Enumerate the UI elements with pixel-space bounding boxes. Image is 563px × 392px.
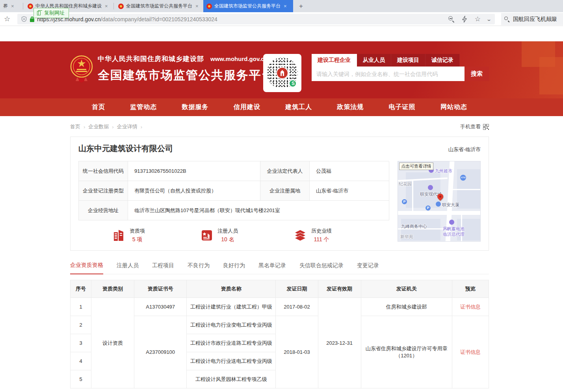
map-label: 临沂总代理: [443, 231, 465, 237]
company-info-table: 统一社会信用代码 91371302675501022B 企业法定代表人 公茂福 …: [78, 161, 389, 220]
map-tooltip: 点击可查看详情: [399, 163, 433, 170]
close-icon[interactable]: ×: [195, 3, 199, 9]
mobile-view-label[interactable]: 手机查看: [460, 123, 481, 130]
qualification-table: 序号 资质类别 资质证书号 资质名称 发证日期 发证有效期 发证机关 预览 1 …: [70, 280, 489, 388]
browser-tab-partial[interactable]: 界 ×: [0, 0, 22, 12]
tab-projects[interactable]: 工程项目: [152, 262, 174, 274]
nav-policy[interactable]: 政策法规: [337, 103, 364, 111]
atm-poi-icon: ATM: [460, 175, 466, 181]
map-label: 纪花园: [399, 181, 412, 187]
search-button[interactable]: 搜索: [465, 67, 489, 81]
tab-title: 全国建筑市场监管公共服务平台: [214, 3, 281, 9]
col-header: 资质证书号: [134, 280, 187, 298]
ministry-name: 中华人民共和国住房和城乡建设部: [98, 55, 204, 63]
site-brand[interactable]: 中华人民共和国住房和城乡建设部www.mohurd.gov.cn 全国建筑市场监…: [70, 54, 274, 83]
nav-home[interactable]: 首页: [92, 103, 105, 111]
tab-bad-behavior[interactable]: 不良行为: [188, 262, 210, 274]
stat-historical-performance[interactable]: 历史业绩 111 个: [294, 227, 332, 243]
qualification-name: 工程设计风景园林工程专项乙级: [187, 370, 276, 388]
nav-site-news[interactable]: 网站动态: [440, 103, 467, 111]
stat-label: 历史业绩: [311, 227, 332, 235]
lightning-icon[interactable]: [461, 16, 468, 23]
stat-value: 111 个: [314, 236, 329, 243]
keyword-search-input[interactable]: [312, 67, 465, 81]
location-map[interactable]: 点击可查看详情 九州超市 ATM 纪花园 联安现代城 联安大厦 P P 九峰商务…: [398, 161, 481, 242]
col-header: 资质名称: [187, 280, 276, 298]
col-header: 资质类别: [91, 280, 134, 298]
validity-date: 2023-12-31: [318, 298, 361, 388]
map-label: 新华苑: [400, 234, 413, 240]
close-icon[interactable]: ×: [11, 3, 14, 9]
wechat-icon: [289, 80, 297, 87]
breadcrumb-sep: ›: [84, 124, 85, 130]
search-tab-project[interactable]: 建设项目: [391, 54, 426, 67]
company-region: 山东省-临沂市: [448, 146, 481, 153]
tab-good-behavior[interactable]: 良好行为: [223, 262, 245, 274]
browser-tab-jzsc-active[interactable]: 全国建筑市场监管公共服务平台 ×: [203, 0, 293, 12]
browser-tab-strip: 界 × 中华人民共和国住房和城乡建设 × 全国建筑市场监管公共服务平台 × 全国…: [0, 0, 563, 12]
platform-title: 全国建筑市场监管公共服务平台: [98, 67, 274, 83]
tab-blacklist[interactable]: 黑名单记录: [258, 262, 286, 274]
qr-code-icon[interactable]: [483, 124, 489, 130]
map-label: 九州超市: [435, 168, 452, 174]
col-header: 预览: [452, 280, 489, 298]
map-label: 风帆蓄电池: [443, 226, 465, 232]
stat-value: 10 名: [221, 236, 234, 243]
site-header: 中华人民共和国住房和城乡建设部www.mohurd.gov.cn 全国建筑市场监…: [0, 41, 563, 98]
zoom-out-icon[interactable]: [448, 16, 455, 23]
breadcrumb-sep: ›: [112, 124, 113, 130]
map-label: 九峰商务中心: [401, 224, 427, 229]
close-icon[interactable]: ×: [105, 3, 108, 9]
nav-data-service[interactable]: 数据服务: [182, 103, 209, 111]
tab-registered-personnel[interactable]: 注册人员: [117, 262, 139, 274]
nav-credit[interactable]: 信用建设: [234, 103, 260, 111]
breadcrumb-company-detail[interactable]: 企业详情: [117, 123, 137, 130]
breadcrumb-company-data[interactable]: 企业数据: [88, 123, 109, 130]
browser-search-box[interactable]: 国航回应飞机颠簸: [501, 13, 563, 25]
favorite-star-icon[interactable]: ☆: [475, 16, 481, 23]
stat-registered-personnel[interactable]: 注册人员 10 名: [201, 227, 238, 243]
copy-icon: [37, 11, 41, 15]
search-tab-credit[interactable]: 诚信记录: [426, 54, 460, 67]
chevron-down-icon[interactable]: ⌄: [486, 17, 492, 22]
close-icon[interactable]: ×: [284, 3, 287, 9]
nav-e-license[interactable]: 电子证照: [389, 103, 416, 111]
detail-tabs: 企业资质资格 注册人员 工程项目 不良行为 良好行为 黑名单记录 失信联合惩戒记…: [70, 262, 489, 274]
emblem-favicon: [28, 4, 33, 9]
tab-qualifications[interactable]: 企业资质资格: [70, 262, 103, 274]
issue-date: 2018-01-03: [276, 316, 318, 388]
tab-title: 全国建筑市场监管公共服务平台: [126, 3, 192, 9]
field-label: 统一社会信用代码: [79, 161, 128, 181]
shield-plus-icon[interactable]: [21, 16, 27, 22]
row-no: 5: [71, 370, 91, 388]
tab-change-records[interactable]: 变更记录: [357, 262, 379, 274]
field-label: 企业登记注册类型: [79, 181, 128, 201]
breadcrumb-home[interactable]: 首页: [70, 123, 80, 130]
emblem-favicon: [118, 4, 124, 9]
company-name: 山东中元建筑设计有限公司: [78, 143, 173, 154]
tab-title: 界: [3, 3, 8, 9]
row-no: 4: [71, 352, 91, 370]
stat-label: 注册人员: [217, 227, 238, 235]
company-card: 山东中元建筑设计有限公司 山东省-临沂市 统一社会信用代码 9137130267…: [70, 137, 489, 251]
search-suggestion-text[interactable]: 国航回应飞机颠簸: [513, 16, 557, 23]
new-tab-button[interactable]: +: [296, 2, 306, 11]
browser-tab-jzsc-1[interactable]: 全国建筑市场监管公共服务平台 ×: [115, 0, 203, 12]
header-search-module: 建设工程企业 从业人员 建设项目 诚信记录 搜索: [312, 54, 489, 81]
address-bar[interactable]: https://jzsc.mohurd.gov.cn/data/company/…: [17, 14, 495, 24]
cert-number: A137030497: [134, 298, 187, 316]
col-header: 发证日期: [276, 280, 318, 298]
search-tab-personnel[interactable]: 从业人员: [357, 54, 391, 67]
copy-url-tooltip-text: 复制网址: [44, 10, 65, 16]
nav-supervision[interactable]: 监管动态: [130, 103, 157, 111]
field-label: 企业法定代表人: [260, 161, 310, 181]
row-no: 3: [71, 334, 91, 352]
nav-workers[interactable]: 建筑工人: [285, 103, 312, 111]
bookmark-star-icon[interactable]: ☆: [4, 15, 12, 23]
tab-dishonesty-records[interactable]: 失信联合惩戒记录: [299, 262, 344, 274]
col-header: 序号: [71, 280, 91, 298]
search-tab-enterprise[interactable]: 建设工程企业: [312, 54, 357, 67]
stat-qualifications[interactable]: 资质项 5 项: [113, 227, 145, 243]
certificate-info-link[interactable]: 证书信息: [460, 304, 481, 310]
certificate-info-link[interactable]: 证书信息: [460, 349, 481, 355]
